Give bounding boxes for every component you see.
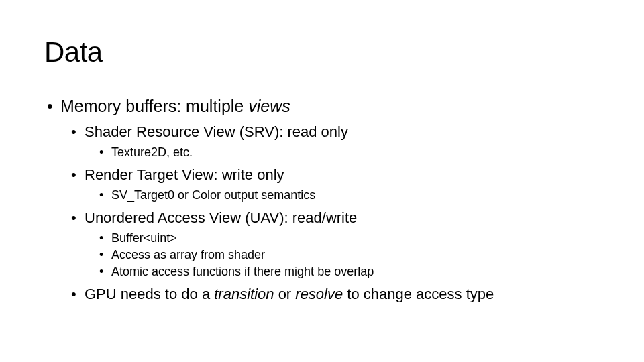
bullet-l2-transition: GPU needs to do a transition or resolve … [70,284,600,305]
bullet-l3-access-array: Access as array from shader [98,247,600,263]
bullet-l3-texture2d: Texture2D, etc. [98,144,600,161]
bullet-list-level-3: Buffer<uint> Access as array from shader… [85,230,600,281]
text-fragment: or [274,286,296,302]
bullet-l2-srv: Shader Resource View (SRV): read only Te… [70,122,600,161]
bullet-l3-sv-target: SV_Target0 or Color output semantics [98,187,600,204]
bullet-list-level-3: Texture2D, etc. [85,144,600,161]
text-emphasis: resolve [295,286,343,302]
bullet-l2-uav: Unordered Access View (UAV): read/write … [70,208,600,280]
bullet-list-level-1: Memory buffers: multiple views Shader Re… [44,95,600,305]
slide: Data Memory buffers: multiple views Shad… [0,0,644,362]
text-fragment: Memory buffers: multiple [60,97,248,115]
bullet-l2-render-target: Render Target View: write only SV_Target… [70,165,600,204]
text-fragment: to change access type [343,286,494,302]
text-fragment: GPU needs to do a [85,286,214,302]
bullet-l3-buffer-uint: Buffer<uint> [98,230,600,247]
text: Render Target View: write only [85,166,284,183]
bullet-l3-atomic: Atomic access functions if there might b… [98,263,600,280]
bullet-list-level-3: SV_Target0 or Color output semantics [85,187,600,204]
slide-title: Data [44,36,600,68]
text: Unordered Access View (UAV): read/write [85,209,357,226]
text-emphasis: views [248,97,290,115]
bullet-l1-memory-buffers: Memory buffers: multiple views Shader Re… [44,95,600,305]
bullet-list-level-2: Shader Resource View (SRV): read only Te… [60,122,600,305]
text: Shader Resource View (SRV): read only [85,123,348,140]
text-emphasis: transition [214,286,274,302]
